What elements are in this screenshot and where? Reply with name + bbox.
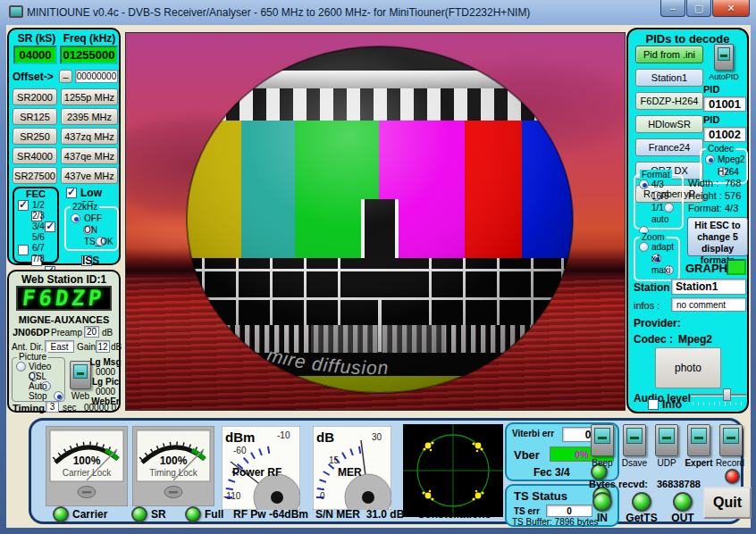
minimize-button[interactable]: – (660, 0, 685, 17)
hit-esc-button[interactable]: Hit ESC to change 5 display formats (687, 217, 748, 256)
freq-value-field[interactable]: 01255000 (60, 46, 118, 64)
lg-msg-label: Lg Msg (89, 357, 122, 367)
codec-mpeg2-radio[interactable] (705, 154, 715, 164)
height-value: 576 (725, 190, 741, 201)
maximize-button[interactable]: ▢ (686, 0, 711, 17)
pid-from-ini-button[interactable]: Pid from .ini (635, 46, 703, 63)
info-checkbox[interactable] (648, 399, 659, 410)
preamp-label: Preamp (51, 328, 82, 338)
fec-1-2-checkbox[interactable] (18, 200, 29, 211)
quit-button[interactable]: Quit (703, 487, 752, 519)
pid-audio-field[interactable]: 01002 (703, 127, 746, 142)
web-station-panel: Web Station ID:1 F6DZP MIGNE-AUXANCES JN… (7, 270, 121, 413)
photo-button[interactable]: photo (655, 347, 721, 388)
record-switch-label: Record (712, 458, 748, 468)
sr-preset-button-sr4000[interactable]: SR4000 (13, 147, 57, 164)
infos-field[interactable]: no comment (671, 297, 746, 312)
slider-thumb[interactable] (723, 388, 731, 401)
audio-level-slider[interactable] (691, 388, 746, 406)
pid-france24-button[interactable]: France24 (635, 138, 703, 156)
tone-22khz-label: 22kHz (71, 202, 99, 212)
graph-indicator[interactable] (727, 259, 746, 275)
record-switch[interactable] (719, 424, 743, 456)
pid-video-field[interactable]: 01001 (703, 96, 746, 112)
picture-video-radio[interactable] (16, 362, 26, 371)
timing-field[interactable]: 3 (46, 401, 59, 413)
mer-meter-unit: dB (316, 430, 334, 445)
freq-preset-button-437ve[interactable]: 437ve MHz (61, 167, 118, 184)
client-area: SR (kS) Freq (kHz) 04000 01255000 Offset… (6, 25, 751, 528)
height-label: Height : (688, 190, 722, 201)
city-label: MIGNE-AUXANCES (9, 314, 119, 325)
pids-panel: PIDs to decode Pid from .ini Station1 F6… (626, 28, 749, 413)
udp-switch-label: UDP (653, 458, 680, 468)
timing-lock-value: 100% (160, 455, 188, 467)
station-label: Station (634, 281, 670, 294)
sr-value-field[interactable]: 04000 (13, 46, 57, 64)
format-1-1-radio[interactable] (664, 203, 674, 213)
fec-5-6-label: 5/6 (32, 232, 45, 242)
graph-label: GRAPH (685, 262, 727, 275)
carrier-led-label: Carrier (72, 508, 107, 521)
pid-station1-button[interactable]: Station1 (635, 69, 703, 87)
constellation-display (403, 424, 503, 517)
zoom-adapt-radio[interactable] (639, 242, 649, 252)
low-sr-checkbox[interactable] (66, 188, 77, 198)
gain-field[interactable]: 12 (96, 340, 110, 353)
minimize-icon: – (670, 3, 676, 13)
beep-switch[interactable] (591, 424, 614, 456)
pid-hdlowsr-button[interactable]: HDlowSR (635, 115, 703, 133)
tone-off-radio[interactable] (71, 213, 80, 223)
test-card-sphere: mire diffusion (186, 46, 574, 394)
sr-header: SR (kS) (13, 32, 61, 45)
mer-tick-low: 0 (320, 491, 325, 501)
width-label: Width : (688, 178, 718, 188)
dsave-switch[interactable] (623, 424, 646, 456)
freq-preset-button-437qe[interactable]: 437qe MHz (61, 147, 118, 164)
picture-stop-radio[interactable] (54, 391, 63, 401)
sr-preset-button-sr250[interactable]: SR250 (13, 128, 57, 145)
rf-tick-mid: -60 (233, 446, 247, 455)
rf-meter-label: Power RF (232, 466, 281, 479)
udp-switch[interactable] (655, 424, 678, 456)
close-button[interactable]: ✕ (712, 0, 750, 17)
timing-label: Timing (13, 403, 45, 413)
format-4-3-radio[interactable] (639, 179, 649, 189)
format-1-1-label: 1/1 (651, 203, 664, 213)
freq-preset-button-2395[interactable]: 2395 MHz (61, 108, 118, 125)
pid-f6dzp-h264-button[interactable]: F6DZP-H264 (635, 92, 703, 110)
sr-preset-button-sr2000[interactable]: SR2000 (13, 88, 57, 105)
fec-2-3-label: 2/3 (32, 211, 45, 221)
fec-3-4-checkbox[interactable] (45, 221, 55, 232)
freq-preset-button-1255p[interactable]: 1255p MHz (61, 88, 118, 105)
picture-video-label: Video (29, 362, 51, 371)
ts-err-label: TS err (514, 506, 540, 516)
bytes-recvd-value: 36838788 (657, 479, 701, 489)
preamp-field[interactable]: 20 (84, 326, 99, 338)
station-field[interactable]: Station1 (671, 279, 746, 295)
web-switch-icon[interactable] (70, 361, 91, 389)
sr-preset-button-sr27500[interactable]: SR27500 (13, 167, 57, 184)
fec-5-6-checkbox[interactable] (18, 245, 29, 255)
expert-switch[interactable] (687, 424, 710, 456)
freq-preset-button-437zq[interactable]: 437zq MHz (61, 128, 118, 145)
locator-label: JN06DP (13, 327, 50, 338)
codec-label: Codec (706, 144, 735, 154)
format-auto-label: auto (651, 214, 668, 224)
hit-esc-line1: Hit ESC to (688, 220, 747, 231)
codec-mpeg2-label: Mpeg2 (718, 154, 745, 164)
ant-dir-field[interactable]: East (45, 340, 74, 353)
lg-msg-value: 0000 (89, 367, 122, 377)
autopid-switch-icon[interactable] (714, 44, 734, 71)
zoom-group: Zoom adapt x1 maxi (634, 237, 680, 281)
fec-status-label: Fec 3/4 (533, 466, 570, 479)
offset-value-field[interactable]: 00000000 (75, 70, 118, 83)
sr-preset-button-sr125[interactable]: SR125 (13, 108, 57, 125)
constellations-label: Constellations (405, 508, 503, 521)
gets-led-label: GetTS (623, 512, 660, 524)
carrier-lock-meter: 100% Carrier Lock (46, 426, 128, 506)
offset-minus-button[interactable]: – (59, 70, 72, 83)
video-display: mire diffusion (125, 32, 626, 411)
sr-led-label: SR (151, 508, 166, 521)
timing-unit: sec (63, 403, 77, 413)
